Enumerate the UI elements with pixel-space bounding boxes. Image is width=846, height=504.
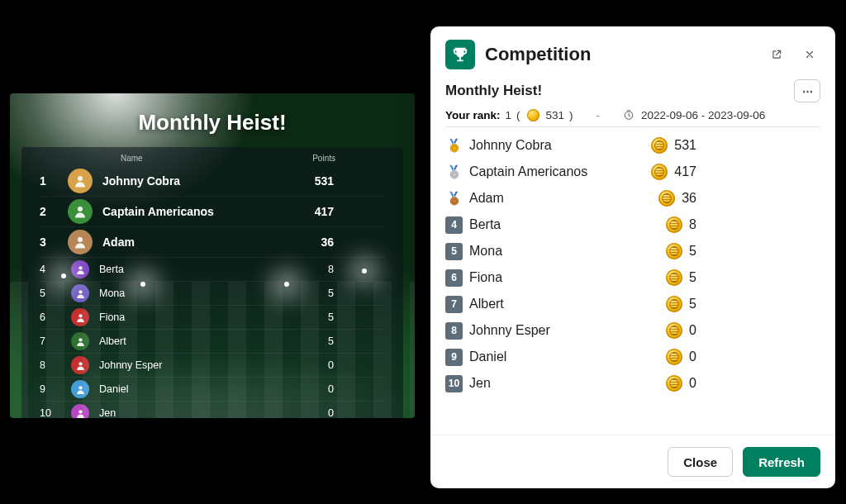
leaderboard-row: 6 Fiona 5: [445, 264, 820, 291]
stadium-light: [140, 282, 145, 287]
player-points: 5: [689, 244, 696, 259]
player-name: Captain Americanos: [102, 205, 214, 218]
avatar: [68, 230, 93, 254]
svg-point-0: [78, 176, 83, 181]
player-name: Johnny Esper: [99, 359, 162, 371]
coin-icon: [666, 269, 682, 286]
avatar: [68, 199, 93, 224]
player-name: Berta: [469, 217, 501, 232]
avatar: [71, 404, 89, 418]
rank-number: 5: [40, 288, 58, 299]
player-points: 0: [689, 349, 696, 364]
rank-number: 10: [40, 407, 58, 418]
leaderboard-row: Adam 36: [445, 185, 820, 212]
competition-modal: Competition Monthly Heist! ⋯ Your rank: …: [430, 26, 835, 488]
stadium-board: Name Points 1 Johnny Cobra 531 2 Captain…: [21, 147, 403, 418]
coin-icon: [666, 243, 682, 259]
player-points: 531: [674, 138, 696, 153]
rank-tile: 4: [445, 216, 463, 234]
player-points: 36: [321, 235, 334, 249]
leaderboard-row: 8 Johnny Esper 0: [445, 317, 820, 344]
rank-close-paren: ): [569, 109, 573, 121]
leaderboard-row: Captain Americanos 417: [445, 159, 820, 185]
rank-label: Your rank:: [445, 109, 501, 121]
rank-tile: 10: [445, 375, 463, 392]
rank-value: 1: [506, 109, 512, 121]
rank-number: 2: [40, 205, 58, 218]
svg-point-7: [78, 362, 82, 365]
divider: [445, 126, 820, 127]
svg-point-9: [78, 410, 82, 413]
player-name: Fiona: [469, 270, 502, 285]
rank-number: 1: [40, 174, 58, 188]
rank-number: 9: [40, 383, 58, 395]
player-name: Albert: [99, 335, 126, 347]
player-name: Johnny Esper: [469, 323, 550, 338]
player-points: 417: [315, 205, 334, 218]
player-name: Adam: [469, 191, 504, 206]
header-name: Name: [121, 154, 143, 163]
player-points: 417: [674, 164, 696, 179]
player-points: 0: [328, 383, 334, 395]
player-name: Mona: [99, 288, 125, 299]
open-external-icon[interactable]: [766, 44, 787, 65]
modal-title: Competition: [485, 44, 591, 65]
avatar: [71, 308, 89, 326]
rank-tile: 8: [445, 322, 463, 340]
player-points: 5: [328, 311, 334, 323]
player-points: 0: [689, 376, 696, 391]
stadium-row: 1 Johnny Cobra 531: [40, 166, 385, 197]
header-points: Points: [312, 154, 335, 163]
competition-subtitle: Monthly Heist!: [445, 83, 542, 99]
stadium-row: 4 Berta 8: [40, 258, 385, 282]
leaderboard-row: 5 Mona 5: [445, 238, 820, 264]
svg-point-6: [78, 338, 82, 341]
player-points: 5: [328, 288, 334, 299]
coin-icon: [651, 164, 668, 180]
player-name: Jen: [99, 407, 116, 418]
coin-icon: [651, 137, 668, 154]
rank-number: 4: [40, 264, 58, 275]
player-points: 5: [689, 297, 696, 311]
rank-number: 3: [40, 235, 58, 249]
clock-icon: [623, 109, 636, 121]
avatar: [71, 332, 89, 350]
rank-tile: 9: [445, 349, 463, 366]
stadium-row: 3 Adam 36: [40, 227, 385, 258]
stadium-row: 2 Captain Americanos 417: [40, 197, 385, 227]
leaderboard-row: 4 Berta 8: [445, 212, 820, 238]
gold-medal-icon: [445, 137, 463, 155]
svg-point-13: [450, 170, 459, 178]
leaderboard-row: 10 Jen 0: [445, 370, 820, 397]
player-points: 0: [328, 407, 334, 418]
coin-icon: [658, 190, 675, 207]
close-icon[interactable]: [799, 44, 820, 65]
stadium-row: 5 Mona 5: [40, 282, 385, 306]
leaderboard-row: Johnny Cobra 531: [445, 132, 820, 159]
trophy-app-icon: [445, 40, 475, 69]
avatar: [71, 284, 89, 302]
meta-separator: -: [596, 109, 601, 121]
close-button[interactable]: Close: [668, 447, 733, 477]
rank-tile: 5: [445, 243, 463, 260]
rank-number: 8: [40, 359, 58, 371]
player-name: Captain Americanos: [469, 164, 587, 179]
stadium-row: 8 Johnny Esper 0: [40, 354, 385, 378]
rank-number: 6: [40, 311, 58, 323]
player-name: Johnny Cobra: [469, 138, 552, 153]
svg-point-1: [78, 207, 83, 212]
leaderboard-row: 7 Albert 5: [445, 291, 820, 317]
refresh-button[interactable]: Refresh: [743, 447, 820, 477]
player-points: 531: [315, 174, 334, 188]
coin-icon: [666, 322, 682, 339]
player-name: Adam: [102, 235, 135, 249]
coin-icon: [666, 296, 682, 312]
player-points: 0: [328, 359, 334, 371]
player-name: Daniel: [99, 383, 128, 395]
player-name: Johnny Cobra: [102, 174, 180, 188]
avatar: [71, 356, 89, 374]
more-actions-button[interactable]: ⋯: [794, 79, 820, 102]
stadium-row: 9 Daniel 0: [40, 378, 385, 402]
player-name: Berta: [99, 264, 124, 275]
stadium-light: [362, 269, 367, 273]
